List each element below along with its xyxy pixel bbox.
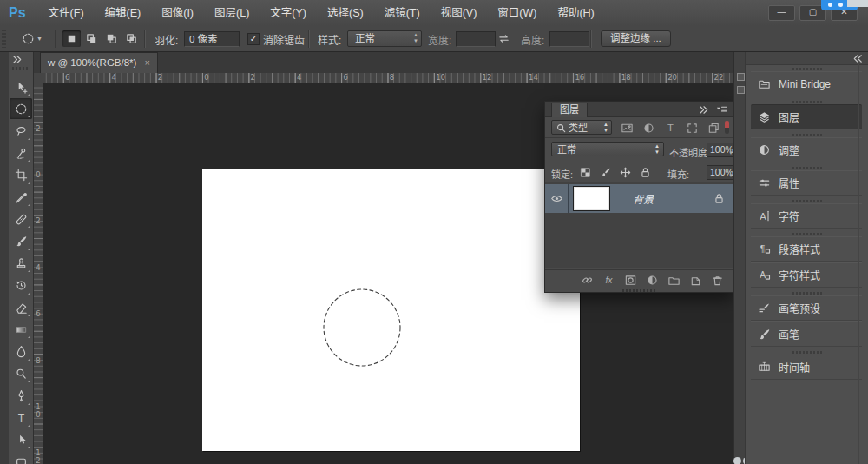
shape-tool[interactable] xyxy=(10,452,32,464)
path-selection-tool[interactable] xyxy=(10,429,32,450)
tool-flyout-indicator xyxy=(28,269,30,272)
lock-move-icon[interactable] xyxy=(618,165,632,179)
link-icon[interactable] xyxy=(580,273,594,287)
dock-button-brush-presets[interactable]: 画笔预设 xyxy=(751,295,862,321)
add-to-selection-button[interactable] xyxy=(82,30,101,47)
duplicate-icon[interactable] xyxy=(707,121,720,135)
filter-type-select[interactable]: 类型 ▲▼ xyxy=(551,120,612,135)
document-canvas[interactable] xyxy=(202,169,580,451)
crop-tool[interactable] xyxy=(10,165,32,186)
style-select[interactable]: 正常▲▼ xyxy=(347,30,422,47)
dock-button-adjustments[interactable]: 调整 xyxy=(751,137,862,162)
dodge-tool[interactable] xyxy=(10,363,32,384)
dock-button-properties[interactable]: 属性 xyxy=(751,170,862,196)
adjustment-icon[interactable] xyxy=(641,121,655,135)
feather-input[interactable]: 0 像素 xyxy=(184,31,240,47)
marquee-selection-ellipse[interactable] xyxy=(320,286,404,369)
options-grip[interactable] xyxy=(2,30,6,48)
type-filter-icon[interactable]: T xyxy=(663,121,677,135)
dock-button-layers[interactable]: 图层 xyxy=(751,104,862,129)
dock-button-brush2[interactable]: 画笔 xyxy=(751,321,862,347)
dock-group-handle[interactable] xyxy=(792,167,822,169)
blend-mode-select[interactable]: 正常 ▲▼ xyxy=(551,142,664,156)
layer-thumbnail[interactable] xyxy=(574,187,609,210)
menu-item[interactable]: 帮助(H) xyxy=(547,0,604,26)
dock-mini-icon[interactable] xyxy=(737,86,745,94)
dock-button-mini-bridge[interactable]: Mini Bridge xyxy=(751,71,862,96)
dock-group-handle[interactable] xyxy=(792,351,822,354)
intersect-selection-button[interactable] xyxy=(122,30,141,47)
eyedropper-tool[interactable] xyxy=(10,187,32,208)
panel-menu-icon[interactable] xyxy=(714,103,728,116)
elliptical-marquee-tool[interactable] xyxy=(10,98,32,119)
new-adjustment-icon[interactable] xyxy=(645,273,659,287)
menu-item[interactable]: 图像(I) xyxy=(151,0,204,26)
tools-grip[interactable] xyxy=(12,67,30,70)
eraser-tool[interactable] xyxy=(10,297,32,318)
type-tool[interactable]: T xyxy=(10,408,32,428)
dock-group-handle[interactable] xyxy=(792,68,822,70)
tool-preset-picker[interactable]: ▼ xyxy=(21,30,50,47)
layers-panel-header: 图层 xyxy=(545,102,733,117)
minimize-button[interactable]: — xyxy=(768,5,795,21)
quick-selection-tool[interactable] xyxy=(10,143,32,163)
dock-group-handle[interactable] xyxy=(792,233,822,235)
dock-group-handle[interactable] xyxy=(792,292,822,295)
document-tab[interactable]: w @ 100%(RGB/8*)× xyxy=(40,52,158,73)
lock-all-icon[interactable] xyxy=(638,165,652,179)
brush-tool[interactable] xyxy=(10,231,32,252)
swap-dimensions-icon[interactable] xyxy=(496,31,510,45)
dock-button-character[interactable]: A字符 xyxy=(751,203,862,229)
panel-resize-grip[interactable] xyxy=(622,289,655,292)
dock-button-label: 画笔预设 xyxy=(779,301,820,315)
double-chevron-right-icon[interactable] xyxy=(696,103,710,116)
menu-item[interactable]: 文字(Y) xyxy=(260,0,317,26)
smart-object-icon[interactable] xyxy=(685,121,699,135)
lock-transparent-icon[interactable] xyxy=(578,165,592,179)
menu-item[interactable]: 滤镜(T) xyxy=(374,0,431,26)
blur-tool[interactable] xyxy=(10,341,32,362)
antialias-checkbox[interactable]: ✓ xyxy=(247,33,260,45)
fill-value[interactable]: 100%▼ xyxy=(707,165,735,180)
refine-edge-button[interactable]: 调整边缘 ... xyxy=(601,30,671,47)
new-selection-button[interactable] xyxy=(62,30,81,47)
visibility-cell[interactable] xyxy=(545,184,569,213)
move-tool[interactable] xyxy=(10,76,32,97)
group-icon[interactable] xyxy=(667,273,681,287)
dock-divider-strip[interactable] xyxy=(733,52,746,464)
menu-item[interactable]: 文件(F) xyxy=(38,0,95,26)
dock-group-handle[interactable] xyxy=(792,101,822,103)
lasso-tool[interactable] xyxy=(10,121,32,142)
opacity-value[interactable]: 100%▼ xyxy=(707,143,735,157)
menu-item[interactable]: 图层(L) xyxy=(204,0,260,26)
double-chevron-left-icon[interactable] xyxy=(851,51,865,65)
history-brush-tool[interactable] xyxy=(10,275,32,296)
dock-group-handle[interactable] xyxy=(792,200,822,202)
width-input[interactable] xyxy=(456,31,496,47)
spot-healing-brush-tool[interactable] xyxy=(10,209,32,229)
pen-tool[interactable] xyxy=(10,386,32,407)
gradient-tool[interactable] xyxy=(10,319,32,340)
mask-icon[interactable] xyxy=(623,273,637,287)
new-layer-icon[interactable] xyxy=(688,273,702,287)
filter-toggle[interactable] xyxy=(725,121,729,134)
menu-item[interactable]: 编辑(E) xyxy=(95,0,152,26)
subtract-from-selection-button[interactable] xyxy=(102,30,121,47)
height-input[interactable] xyxy=(549,31,589,47)
layer-row-background[interactable]: 背景 xyxy=(545,184,733,213)
menu-item[interactable]: 选择(S) xyxy=(317,0,374,26)
clone-stamp-tool[interactable] xyxy=(10,253,32,274)
menu-item[interactable]: 视图(V) xyxy=(431,0,488,26)
close-tab-icon[interactable]: × xyxy=(144,57,149,68)
dock-group-handle[interactable] xyxy=(792,134,822,136)
dock-button-timeline[interactable]: 时间轴 xyxy=(751,355,862,380)
layers-tab[interactable]: 图层 xyxy=(551,103,588,117)
trash-icon[interactable] xyxy=(710,273,724,287)
dock-button-character-styles[interactable]: A字符样式 xyxy=(751,262,862,288)
picture-icon[interactable] xyxy=(620,121,634,135)
menu-item[interactable]: 窗口(W) xyxy=(487,0,547,26)
dock-mini-icon[interactable] xyxy=(737,73,745,81)
fx-icon[interactable]: fx xyxy=(602,273,615,287)
dock-button-paragraph-styles[interactable]: ¶段落样式 xyxy=(751,236,862,262)
lock-paint-icon[interactable] xyxy=(598,165,612,179)
